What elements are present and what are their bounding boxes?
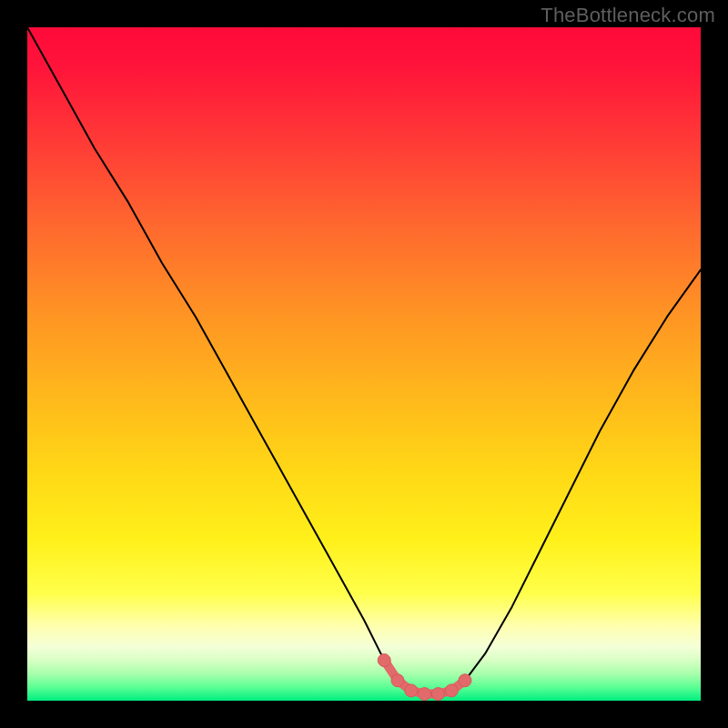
bottleneck-curve	[27, 27, 701, 694]
marker-dot	[378, 654, 390, 667]
marker-dot	[419, 688, 431, 701]
marker-dot	[431, 688, 444, 701]
curve-layer	[27, 27, 701, 701]
marker-dot	[391, 674, 404, 687]
marker-dot	[459, 674, 471, 687]
watermark-text: TheBottleneck.com	[541, 4, 715, 27]
marker-dot	[445, 684, 458, 697]
plot-area	[27, 27, 701, 701]
chart-frame: TheBottleneck.com	[0, 0, 728, 728]
marker-dot	[405, 684, 418, 697]
flat-region-markers	[378, 654, 471, 701]
